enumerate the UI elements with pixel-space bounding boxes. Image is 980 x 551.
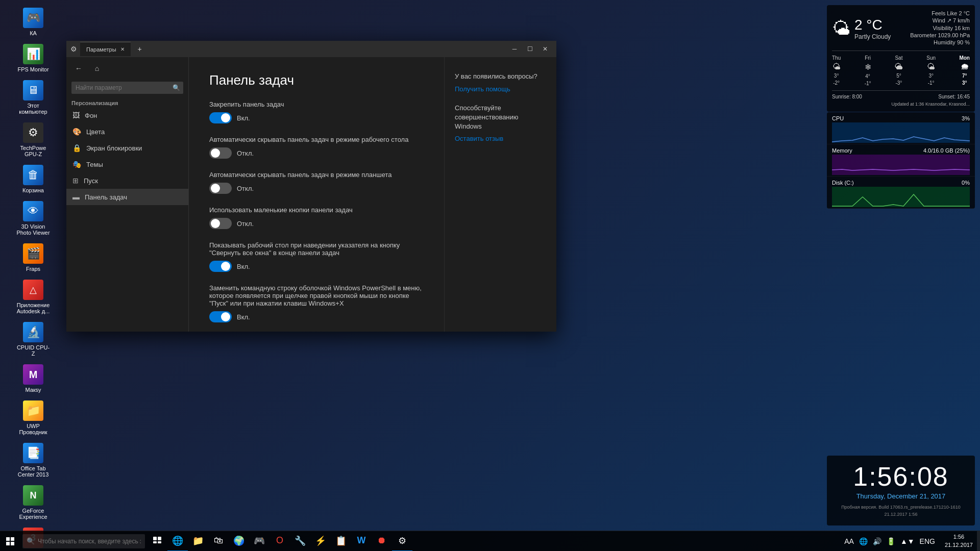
clock-date-taskbar: 21.12.2017 (945, 541, 973, 549)
fri-lo: -1° (865, 81, 871, 86)
taskbar-app-word[interactable]: W (351, 531, 372, 552)
icon-maksy[interactable]: M Макsy (13, 362, 54, 395)
taskbar-app-something2[interactable]: ⚡ (310, 531, 331, 552)
icon-office-tab[interactable]: 📑 Office Tab Center 2013 (13, 440, 54, 480)
icon-3d-vision[interactable]: 👁 3D Vision Photo Viewer (13, 198, 54, 238)
thu-name: Thu (832, 55, 841, 61)
weather-temp-group: 2 °C Partly Cloudy (854, 17, 891, 40)
humidity-label: Humidity (934, 39, 955, 45)
clock-time-taskbar: 1:56 (953, 533, 964, 541)
updown-icon[interactable]: ▲▼ (899, 537, 916, 545)
small-buttons-toggle-row: Откл. (209, 218, 424, 229)
sun-icon: 🌤 (927, 62, 935, 71)
disk-label: Disk (C:) (832, 180, 854, 186)
icon-cpuz[interactable]: 🔬 CPUID CPU-Z (13, 319, 54, 359)
small-buttons-toggle[interactable] (209, 218, 232, 229)
help-link[interactable]: Получить помощь (455, 85, 510, 93)
add-tab-button[interactable]: + (134, 43, 146, 55)
weather-desc: Partly Cloudy (854, 33, 891, 40)
lock-taskbar-toggle[interactable] (209, 112, 232, 123)
taskbar-app-something[interactable]: 🔧 (290, 531, 310, 552)
feels-like-val: 2 °C (959, 10, 970, 16)
visibility-row: Visibility 16 km (910, 25, 970, 31)
icon-geforce[interactable]: N GeForce Experience (13, 483, 54, 522)
home-button[interactable]: ⌂ (90, 61, 104, 76)
show-desktop-button[interactable] (977, 531, 980, 551)
aa-icon[interactable]: AA (843, 537, 855, 545)
lang-icon[interactable]: ENG (918, 537, 937, 545)
volume-icon[interactable]: 🔊 (871, 537, 883, 545)
icon-fps-monitor[interactable]: 📊 FPS Monitor (13, 41, 54, 75)
taskbar-clock[interactable]: 1:56 21.12.2017 (941, 533, 977, 549)
icon-fps-label: FPS Monitor (17, 66, 48, 72)
setting-show-desktop: Показывать рабочий стол при наведении ук… (209, 241, 424, 272)
feels-like-label: Feels Like (932, 10, 957, 16)
taskbar-app-red[interactable]: ⏺ (372, 531, 392, 552)
sidebar-item-lockscreen[interactable]: 🔒 Экран блокировки (66, 140, 188, 156)
sat-lo: -3° (895, 80, 902, 86)
close-button[interactable]: ✕ (538, 42, 552, 56)
search-input[interactable] (71, 82, 183, 94)
taskbar-search[interactable]: 🔍 (22, 534, 145, 548)
sidebar-item-colors[interactable]: 🎨 Цвета (66, 123, 188, 140)
svg-rect-7 (158, 541, 161, 543)
back-button[interactable]: ← (71, 61, 86, 76)
sidebar-item-themes[interactable]: 🎭 Темы (66, 156, 188, 172)
fps-icon: 📊 (23, 44, 43, 64)
network-icon[interactable]: 🌐 (857, 537, 869, 545)
replace-cmd-toggle[interactable] (209, 311, 232, 322)
icon-recycle[interactable]: 🗑 Корзина (13, 162, 54, 196)
icon-gpuz[interactable]: ⚙ TechPowe GPU-Z (13, 120, 54, 160)
taskbar-app-store[interactable]: 🛍 (208, 531, 229, 552)
memory-graph (832, 155, 970, 175)
main-content: Панель задач Закрепить панель задач Вкл.… (189, 57, 444, 332)
icon-uwp[interactable]: 📁 UWP Проводник (13, 398, 54, 438)
replace-cmd-label: Заменить командную строку оболочкой Wind… (209, 284, 424, 307)
tab-close-icon[interactable]: ✕ (120, 46, 125, 52)
window-body: ← ⌂ 🔍 Персонализация 🖼 Фон 🎨 Цвета � (66, 57, 556, 332)
icon-recycle-label: Корзина (22, 187, 44, 193)
sidebar-nav-top: ← ⌂ (66, 57, 188, 80)
sidebar-item-colors-label: Цвета (86, 128, 105, 136)
sidebar-item-fon[interactable]: 🖼 Фон (66, 107, 188, 123)
memory-row: Memory 4.0/16.0 GB (25%) (827, 144, 975, 177)
sidebar-item-start[interactable]: ⊞ Пуск (66, 172, 188, 189)
minimize-button[interactable]: ─ (507, 42, 522, 56)
auto-hide-tablet-state: Откл. (237, 185, 254, 192)
icon-autodesk-app[interactable]: △ Приложение Autodesk д... (13, 277, 54, 317)
icon-fraps[interactable]: 🎬 Fraps (13, 241, 54, 274)
settings-tab[interactable]: Параметры ✕ (80, 42, 131, 56)
icon-this-computer[interactable]: 🖥 Этот компьютер (13, 78, 54, 117)
taskbar-app-steam[interactable]: 🎮 (249, 531, 270, 552)
taskbar-app-opera[interactable]: O (270, 531, 290, 552)
taskbar-search-input[interactable] (38, 538, 141, 545)
colors-icon: 🎨 (72, 128, 81, 136)
fon-icon: 🖼 (72, 111, 80, 119)
weather-widget: 🌤 2 °C Partly Cloudy Feels Like 2 °C Win… (827, 5, 975, 112)
svg-rect-2 (6, 542, 10, 545)
icon-fraps-label: Fraps (26, 266, 40, 272)
taskbar-app-ie[interactable]: 🌐 (167, 531, 188, 552)
maximize-button[interactable]: ☐ (523, 42, 537, 56)
show-desktop-toggle[interactable] (209, 261, 232, 272)
build-line1: Пробная версия. Build 17063.rs_prereleas… (835, 504, 967, 511)
sidebar-item-taskbar[interactable]: ▬ Панель задач (66, 189, 188, 205)
taskbar-app-something3[interactable]: 📋 (331, 531, 351, 552)
weather-days: Thu 🌤 3° -2° Fri ❄ 4° -1° Sat 🌥 5° -3° S… (832, 51, 970, 86)
feedback-link[interactable]: Оставить отзыв (455, 135, 503, 142)
window-controls: ─ ☐ ✕ (507, 42, 552, 56)
battery-icon[interactable]: 🔋 (885, 537, 897, 545)
fraps-icon: 🎬 (23, 243, 43, 264)
auto-hide-desktop-toggle[interactable] (209, 147, 232, 159)
show-desktop-toggle-row: Вкл. (209, 261, 424, 272)
auto-hide-tablet-toggle[interactable] (209, 183, 232, 194)
icon-ka[interactable]: 🎮 КА (13, 5, 54, 39)
auto-hide-desktop-label: Автоматически скрывать панель задач в ре… (209, 136, 424, 143)
taskbar-app-explorer[interactable]: 📁 (188, 531, 208, 552)
task-view-button[interactable] (147, 531, 167, 552)
wind-row: Wind ↗ 7 km/h (910, 17, 970, 24)
start-button[interactable] (0, 531, 20, 552)
taskbar-app-chrome[interactable]: 🌍 (229, 531, 249, 552)
svg-rect-1 (11, 537, 14, 541)
taskbar-app-settings[interactable]: ⚙ (392, 531, 412, 552)
